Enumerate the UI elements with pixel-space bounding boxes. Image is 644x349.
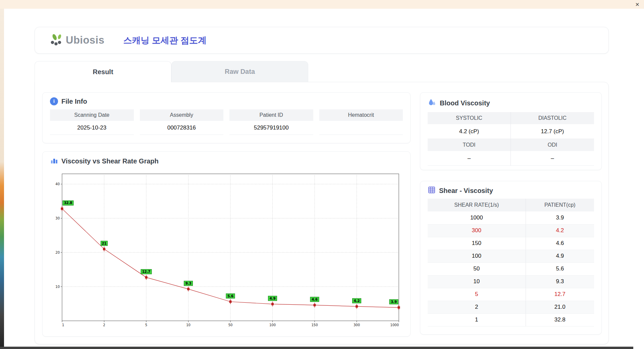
svg-text:150: 150 <box>311 323 318 327</box>
file-info-fields: Scanning Date2025-10-23Assembly000728316… <box>50 109 403 135</box>
svg-text:300: 300 <box>354 323 360 327</box>
svg-text:50: 50 <box>228 323 233 327</box>
file-info-panel: i File Info Scanning Date2025-10-23Assem… <box>42 92 411 143</box>
app-header: Ubiosis 스캐닝 모세관 점도계 <box>35 27 609 54</box>
file-info-field: Patient ID52957919100 <box>229 109 313 135</box>
metric-value: 12.7 (cP) <box>511 124 594 139</box>
viscosity-chart: 102030401251050100150300100032.82112.79.… <box>50 169 403 332</box>
field-value: 2025-10-23 <box>50 121 134 135</box>
metric-value: 4.2 (cP) <box>428 124 511 139</box>
svg-text:1000: 1000 <box>390 323 399 327</box>
metric-value: – <box>511 151 594 166</box>
table-row: 3004.2 <box>428 224 594 237</box>
patient-value-cell: 21.0 <box>526 301 594 313</box>
svg-text:4.9: 4.9 <box>270 297 276 300</box>
bar-chart-icon <box>50 156 58 166</box>
svg-text:4.6: 4.6 <box>312 298 318 301</box>
tab-result[interactable]: Result <box>35 61 171 82</box>
patient-value-cell: 4.9 <box>526 250 594 262</box>
svg-text:5: 5 <box>145 323 147 327</box>
svg-text:30: 30 <box>55 216 60 220</box>
blood-viscosity-grid: SYSTOLICDIASTOLIC4.2 (cP)12.7 (cP)TODIOD… <box>428 112 594 166</box>
shear-rate-cell: 150 <box>428 237 526 250</box>
svg-text:10: 10 <box>186 323 191 327</box>
file-info-field: Hematocrit <box>319 109 403 135</box>
table-row: 505.6 <box>428 262 594 275</box>
svg-text:40: 40 <box>55 182 60 186</box>
shear-rate-cell: 50 <box>428 262 526 275</box>
leaf-logo-icon <box>49 33 64 48</box>
blood-viscosity-panel: Blood Viscosity SYSTOLICDIASTOLIC4.2 (cP… <box>420 92 602 170</box>
column-header: SHEAR RATE(1/s) <box>428 199 526 211</box>
brand-name: Ubiosis <box>66 34 104 46</box>
patient-value-cell: 4.2 <box>526 224 594 237</box>
field-value: 52957919100 <box>229 121 313 135</box>
svg-text:1: 1 <box>62 323 64 327</box>
patient-value-cell: 5.6 <box>526 262 594 275</box>
patient-value-cell: 9.3 <box>526 275 594 288</box>
grid-table-icon <box>428 186 436 195</box>
metric-value: – <box>428 151 511 166</box>
shear-rate-cell: 10 <box>428 275 526 288</box>
result-content: i File Info Scanning Date2025-10-23Assem… <box>35 82 609 344</box>
droplet-icon <box>428 98 436 108</box>
metric-label: ODI <box>511 139 594 151</box>
file-info-title: File Info <box>61 98 87 105</box>
shear-viscosity-panel: Shear - Viscosity SHEAR RATE(1/s)PATIENT… <box>420 181 602 335</box>
patient-value-cell: 12.7 <box>526 288 594 301</box>
shear-rate-cell: 1000 <box>428 211 526 224</box>
svg-text:3.9: 3.9 <box>391 300 397 304</box>
viscosity-graph-panel: Viscosity vs Shear Rate Graph 1020304012… <box>42 151 411 337</box>
svg-text:21: 21 <box>102 242 107 245</box>
file-info-field: Scanning Date2025-10-23 <box>50 109 134 135</box>
shear-rate-cell: 300 <box>428 224 526 237</box>
column-header: PATIENT(cp) <box>526 199 594 211</box>
shear-rate-cell: 100 <box>428 250 526 262</box>
patient-value-cell: 32.8 <box>526 313 594 326</box>
tab-bar: Result Raw Data <box>35 61 308 82</box>
metric-label: TODI <box>428 139 511 151</box>
desktop-left-strip <box>0 9 4 349</box>
shear-rate-cell: 5 <box>428 288 526 301</box>
svg-text:5.6: 5.6 <box>227 294 233 298</box>
shear-rate-cell: 2 <box>428 301 526 313</box>
table-row: 512.7 <box>428 288 594 301</box>
table-row: 1504.6 <box>428 237 594 250</box>
table-row: 1004.9 <box>428 250 594 262</box>
app-window: Ubiosis 스캐닝 모세관 점도계 Result Raw Data i Fi… <box>4 9 644 347</box>
info-icon: i <box>50 97 58 105</box>
svg-text:9.3: 9.3 <box>185 282 192 285</box>
table-header-row: SHEAR RATE(1/s)PATIENT(cp) <box>428 199 594 211</box>
svg-text:4.2: 4.2 <box>354 299 360 303</box>
field-label: Patient ID <box>229 109 313 121</box>
svg-text:2: 2 <box>103 323 105 327</box>
svg-text:32.8: 32.8 <box>64 201 72 205</box>
patient-value-cell: 4.6 <box>526 237 594 250</box>
field-label: Assembly <box>140 109 224 121</box>
field-label: Hematocrit <box>319 109 403 121</box>
blood-viscosity-title: Blood Viscosity <box>440 99 490 107</box>
page-title: 스캐닝 모세관 점도계 <box>123 35 206 46</box>
field-value: 000728316 <box>140 121 224 135</box>
file-info-field: Assembly000728316 <box>140 109 224 135</box>
tab-raw-data[interactable]: Raw Data <box>171 61 308 82</box>
desktop-top-strip <box>0 0 644 9</box>
field-value <box>319 121 403 135</box>
field-label: Scanning Date <box>50 109 134 121</box>
metric-label: SYSTOLIC <box>428 112 511 124</box>
table-row: 132.8 <box>428 313 594 326</box>
svg-text:20: 20 <box>55 251 60 254</box>
shear-viscosity-title: Shear - Viscosity <box>439 187 493 195</box>
desktop-bottom-strip <box>0 347 633 349</box>
patient-value-cell: 3.9 <box>526 211 594 224</box>
brand-logo: Ubiosis <box>49 33 104 48</box>
svg-text:10: 10 <box>55 285 60 289</box>
shear-rate-cell: 1 <box>428 313 526 326</box>
table-row: 109.3 <box>428 275 594 288</box>
table-row: 10003.9 <box>428 211 594 224</box>
metric-label: DIASTOLIC <box>511 112 594 124</box>
table-row: 221.0 <box>428 301 594 313</box>
shear-viscosity-table: SHEAR RATE(1/s)PATIENT(cp) 10003.93004.2… <box>428 199 594 327</box>
close-button[interactable]: × <box>635 1 639 8</box>
svg-text:100: 100 <box>269 323 276 327</box>
